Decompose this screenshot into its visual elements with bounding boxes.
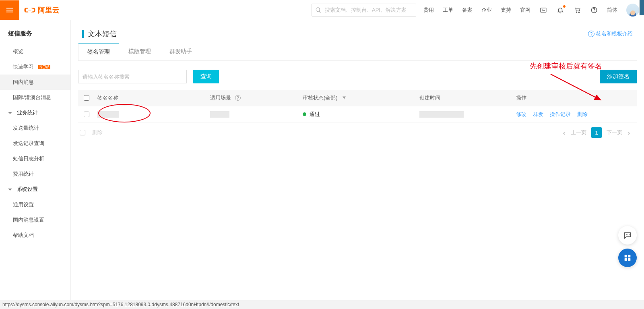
brand-name: 阿里云 bbox=[38, 5, 60, 15]
float-apps-button[interactable] bbox=[618, 249, 637, 267]
col-sign-name: 签名名称 bbox=[94, 94, 207, 102]
pager-prev[interactable] bbox=[564, 130, 566, 136]
user-avatar[interactable] bbox=[626, 4, 639, 17]
top-link-fee[interactable]: 费用 bbox=[423, 6, 434, 14]
signature-search-input[interactable] bbox=[78, 70, 187, 83]
top-nav-links: 费用 工单 备案 企业 支持 官网 简体 bbox=[423, 6, 617, 14]
cell-status: 通过 bbox=[299, 111, 416, 118]
top-link-site[interactable]: 官网 bbox=[520, 6, 530, 14]
op-log[interactable]: 操作记录 bbox=[550, 111, 571, 118]
sidebar-item-docs[interactable]: 帮助文档 bbox=[0, 228, 70, 243]
sidebar-item-overview[interactable]: 概览 bbox=[0, 44, 70, 59]
pager-next[interactable] bbox=[627, 130, 630, 136]
tab-bulk[interactable]: 群发助手 bbox=[160, 43, 201, 60]
browser-status-url: https://dysms.console.aliyun.com/dysms.h… bbox=[0, 300, 644, 309]
status-dot-pass bbox=[303, 112, 306, 116]
bulk-row: 删除 上一页 1 下一页 bbox=[78, 127, 637, 138]
menu-toggle[interactable] bbox=[0, 0, 19, 20]
op-delete[interactable]: 删除 bbox=[577, 111, 588, 118]
tabs: 签名管理 模版管理 群发助手 bbox=[78, 43, 637, 61]
help-icon-circle: ? bbox=[588, 31, 594, 37]
scroll-marker bbox=[640, 0, 644, 15]
top-link-ticket[interactable]: 工单 bbox=[443, 6, 453, 14]
bell-icon[interactable] bbox=[556, 6, 564, 14]
cell-scene bbox=[207, 111, 299, 118]
sidebar-item-send-records[interactable]: 发送记录查询 bbox=[0, 136, 70, 151]
global-search[interactable] bbox=[312, 4, 416, 17]
svg-rect-11 bbox=[625, 258, 627, 261]
row-checkbox[interactable] bbox=[84, 112, 89, 117]
sidebar-item-log[interactable]: 短信日志分析 bbox=[0, 151, 70, 166]
topbar: 阿里云 费用 工单 备案 企业 支持 官网 简体 bbox=[0, 0, 644, 20]
cart-icon[interactable] bbox=[573, 6, 581, 14]
svg-point-6 bbox=[626, 234, 627, 235]
tab-template[interactable]: 模版管理 bbox=[119, 43, 160, 60]
svg-point-2 bbox=[578, 12, 579, 12]
new-badge: NEW bbox=[38, 65, 50, 69]
top-link-lang[interactable]: 简体 bbox=[607, 6, 617, 14]
bulk-select-all[interactable] bbox=[80, 130, 85, 135]
pager-current[interactable]: 1 bbox=[591, 127, 602, 138]
svg-point-1 bbox=[576, 12, 577, 12]
bulk-delete[interactable]: 删除 bbox=[92, 129, 103, 136]
col-time: 创建时间 bbox=[416, 94, 513, 102]
query-button[interactable]: 查询 bbox=[193, 70, 219, 83]
sidebar-item-intl[interactable]: 国际/港澳台消息 bbox=[0, 90, 70, 105]
add-signature-button[interactable]: 添加签名 bbox=[600, 70, 637, 83]
pager-prev-label: 上一页 bbox=[571, 129, 586, 136]
svg-rect-12 bbox=[628, 258, 630, 261]
svg-rect-9 bbox=[625, 255, 627, 257]
global-search-input[interactable] bbox=[324, 6, 413, 13]
op-bulk[interactable]: 群发 bbox=[533, 111, 543, 118]
svg-point-7 bbox=[627, 234, 628, 235]
top-link-beian[interactable]: 备案 bbox=[462, 6, 473, 14]
sidebar-item-general-settings[interactable]: 通用设置 bbox=[0, 197, 70, 212]
help-icon[interactable] bbox=[590, 6, 598, 14]
sidebar: 短信服务 概览 快速学习NEW 国内消息 国际/港澳台消息 业务统计 发送量统计… bbox=[0, 20, 71, 300]
search-icon bbox=[315, 7, 322, 13]
svg-rect-0 bbox=[541, 8, 546, 12]
sidebar-item-send-stats[interactable]: 发送量统计 bbox=[0, 120, 70, 136]
select-all-checkbox[interactable] bbox=[84, 95, 89, 101]
sidebar-item-domestic[interactable]: 国内消息 bbox=[0, 75, 70, 90]
table-row: 通过 修改 群发 操作记录 删除 bbox=[78, 106, 637, 122]
cell-sign-name bbox=[94, 111, 207, 118]
terminal-icon[interactable] bbox=[539, 6, 547, 14]
pager-next-label: 下一页 bbox=[607, 129, 622, 136]
sidebar-item-domestic-settings[interactable]: 国内消息设置 bbox=[0, 212, 70, 228]
page-title: 文本短信 bbox=[82, 29, 117, 39]
cell-time bbox=[416, 111, 513, 118]
filter-icon bbox=[342, 95, 347, 100]
help-link-signature[interactable]: ?签名和模板介绍 bbox=[588, 30, 633, 37]
float-chat-button[interactable] bbox=[618, 226, 637, 245]
op-edit[interactable]: 修改 bbox=[516, 111, 526, 118]
top-link-support[interactable]: 支持 bbox=[501, 6, 511, 14]
main-content: 文本短信 ?签名和模板介绍 先创建审核后就有签名 签名管理 模版管理 群发助手 … bbox=[71, 20, 644, 300]
sidebar-item-quickstart[interactable]: 快速学习NEW bbox=[0, 59, 70, 75]
cell-ops: 修改 群发 操作记录 删除 bbox=[513, 111, 637, 118]
svg-point-4 bbox=[594, 11, 594, 12]
svg-point-8 bbox=[629, 234, 630, 235]
sidebar-title: 短信服务 bbox=[0, 24, 70, 44]
col-ops: 操作 bbox=[513, 94, 637, 102]
sidebar-group-settings[interactable]: 系统设置 bbox=[0, 182, 70, 197]
scene-help-icon[interactable]: ? bbox=[235, 95, 241, 101]
toolbar: 查询 添加签名 bbox=[78, 70, 637, 83]
table-header: 签名名称 适用场景? 审核状态(全部) 创建时间 操作 bbox=[78, 90, 637, 106]
svg-rect-10 bbox=[628, 255, 630, 257]
brand-logo[interactable]: 阿里云 bbox=[24, 4, 60, 16]
tab-signature[interactable]: 签名管理 bbox=[78, 43, 119, 60]
sidebar-item-fee-stats[interactable]: 费用统计 bbox=[0, 166, 70, 182]
sidebar-group-stats[interactable]: 业务统计 bbox=[0, 105, 70, 120]
top-link-ent[interactable]: 企业 bbox=[481, 6, 492, 14]
col-status[interactable]: 审核状态(全部) bbox=[299, 94, 416, 102]
notification-dot bbox=[563, 5, 566, 8]
col-scene: 适用场景? bbox=[207, 94, 299, 102]
signature-table: 签名名称 适用场景? 审核状态(全部) 创建时间 操作 通过 修改 群发 操作记… bbox=[78, 90, 637, 122]
